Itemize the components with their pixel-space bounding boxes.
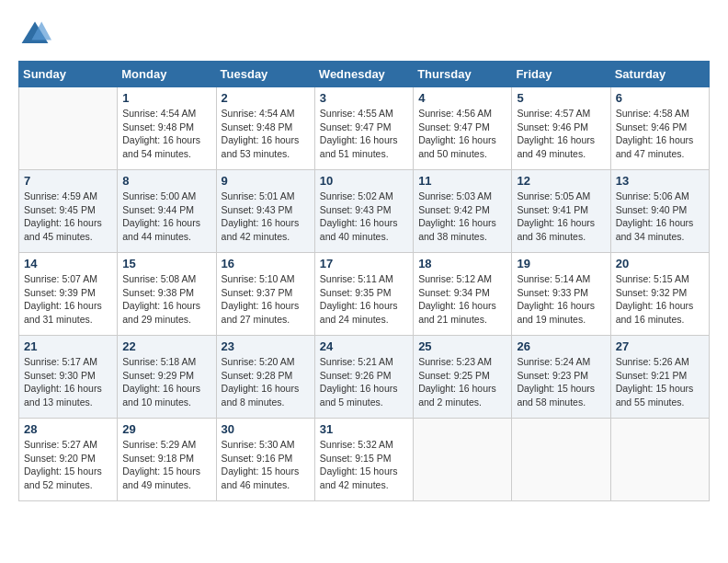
calendar-cell: 12Sunrise: 5:05 AMSunset: 9:41 PMDayligh… — [512, 170, 610, 253]
day-number: 5 — [517, 91, 605, 105]
calendar-cell: 8Sunrise: 5:00 AMSunset: 9:44 PMDaylight… — [118, 170, 216, 253]
calendar-cell: 28Sunrise: 5:27 AMSunset: 9:20 PMDayligh… — [19, 419, 118, 501]
calendar-cell: 1Sunrise: 4:54 AMSunset: 9:48 PMDaylight… — [118, 87, 216, 170]
day-info: Sunrise: 5:11 AMSunset: 9:35 PMDaylight:… — [320, 272, 408, 327]
day-number: 16 — [222, 257, 310, 270]
day-number: 8 — [122, 174, 210, 188]
day-info: Sunrise: 5:18 AMSunset: 9:29 PMDaylight:… — [122, 355, 210, 409]
day-info: Sunrise: 5:06 AMSunset: 9:40 PMDaylight:… — [616, 190, 704, 244]
day-info: Sunrise: 5:00 AMSunset: 9:44 PMDaylight:… — [122, 190, 210, 244]
day-number: 22 — [122, 339, 210, 353]
day-info: Sunrise: 5:10 AMSunset: 9:37 PMDaylight:… — [222, 272, 310, 327]
calendar-cell — [414, 419, 512, 501]
calendar-cell: 4Sunrise: 4:56 AMSunset: 9:47 PMDaylight… — [414, 87, 512, 170]
day-info: Sunrise: 5:12 AMSunset: 9:34 PMDaylight:… — [418, 272, 506, 327]
calendar-cell: 23Sunrise: 5:20 AMSunset: 9:28 PMDayligh… — [216, 336, 314, 419]
weekday-header-row: SundayMondayTuesdayWednesdayThursdayFrid… — [19, 62, 710, 87]
weekday-header-tuesday: Tuesday — [216, 62, 314, 87]
day-info: Sunrise: 5:17 AMSunset: 9:30 PMDaylight:… — [24, 355, 112, 409]
day-number: 10 — [320, 174, 408, 188]
day-number: 2 — [222, 91, 310, 105]
calendar-cell: 16Sunrise: 5:10 AMSunset: 9:37 PMDayligh… — [216, 253, 314, 336]
day-info: Sunrise: 5:30 AMSunset: 9:16 PMDaylight:… — [222, 438, 310, 492]
day-info: Sunrise: 5:32 AMSunset: 9:15 PMDaylight:… — [320, 438, 408, 492]
day-number: 19 — [517, 257, 605, 270]
day-number: 4 — [418, 91, 506, 105]
day-number: 30 — [222, 422, 310, 436]
day-info: Sunrise: 5:20 AMSunset: 9:28 PMDaylight:… — [222, 355, 310, 409]
day-info: Sunrise: 5:26 AMSunset: 9:21 PMDaylight:… — [616, 355, 704, 409]
day-number: 26 — [517, 339, 605, 353]
day-number: 11 — [418, 174, 506, 188]
day-info: Sunrise: 5:29 AMSunset: 9:18 PMDaylight:… — [122, 438, 210, 492]
day-number: 7 — [24, 174, 112, 188]
day-info: Sunrise: 5:03 AMSunset: 9:42 PMDaylight:… — [418, 190, 506, 244]
day-info: Sunrise: 5:15 AMSunset: 9:32 PMDaylight:… — [616, 272, 704, 327]
day-info: Sunrise: 4:55 AMSunset: 9:47 PMDaylight:… — [320, 107, 408, 161]
day-number: 17 — [320, 257, 408, 270]
day-info: Sunrise: 5:07 AMSunset: 9:39 PMDaylight:… — [24, 272, 112, 327]
calendar-cell: 3Sunrise: 4:55 AMSunset: 9:47 PMDaylight… — [314, 87, 413, 170]
day-info: Sunrise: 5:21 AMSunset: 9:26 PMDaylight:… — [320, 355, 408, 409]
calendar-cell — [19, 87, 118, 170]
day-info: Sunrise: 4:59 AMSunset: 9:45 PMDaylight:… — [24, 190, 112, 244]
week-row-3: 14Sunrise: 5:07 AMSunset: 9:39 PMDayligh… — [19, 253, 710, 336]
day-number: 28 — [24, 422, 112, 436]
calendar-cell: 19Sunrise: 5:14 AMSunset: 9:33 PMDayligh… — [512, 253, 610, 336]
calendar-cell: 7Sunrise: 4:59 AMSunset: 9:45 PMDaylight… — [19, 170, 118, 253]
calendar-cell: 14Sunrise: 5:07 AMSunset: 9:39 PMDayligh… — [19, 253, 118, 336]
day-number: 21 — [24, 339, 112, 353]
calendar-cell: 18Sunrise: 5:12 AMSunset: 9:34 PMDayligh… — [414, 253, 512, 336]
logo — [18, 18, 57, 52]
day-info: Sunrise: 4:57 AMSunset: 9:46 PMDaylight:… — [517, 107, 605, 161]
logo-icon — [18, 18, 51, 52]
weekday-header-sunday: Sunday — [19, 62, 118, 87]
calendar-cell: 27Sunrise: 5:26 AMSunset: 9:21 PMDayligh… — [610, 336, 709, 419]
day-number: 24 — [320, 339, 408, 353]
weekday-header-friday: Friday — [512, 62, 610, 87]
calendar-cell: 9Sunrise: 5:01 AMSunset: 9:43 PMDaylight… — [216, 170, 314, 253]
calendar-cell: 20Sunrise: 5:15 AMSunset: 9:32 PMDayligh… — [610, 253, 709, 336]
weekday-header-thursday: Thursday — [414, 62, 512, 87]
calendar-cell: 5Sunrise: 4:57 AMSunset: 9:46 PMDaylight… — [512, 87, 610, 170]
day-number: 1 — [122, 91, 210, 105]
calendar-cell: 25Sunrise: 5:23 AMSunset: 9:25 PMDayligh… — [414, 336, 512, 419]
day-number: 20 — [616, 257, 704, 270]
week-row-4: 21Sunrise: 5:17 AMSunset: 9:30 PMDayligh… — [19, 336, 710, 419]
day-number: 3 — [320, 91, 408, 105]
day-info: Sunrise: 5:24 AMSunset: 9:23 PMDaylight:… — [517, 355, 605, 409]
day-info: Sunrise: 5:08 AMSunset: 9:38 PMDaylight:… — [122, 272, 210, 327]
calendar-table: SundayMondayTuesdayWednesdayThursdayFrid… — [18, 61, 710, 501]
calendar-cell: 11Sunrise: 5:03 AMSunset: 9:42 PMDayligh… — [414, 170, 512, 253]
week-row-5: 28Sunrise: 5:27 AMSunset: 9:20 PMDayligh… — [19, 419, 710, 501]
day-number: 12 — [517, 174, 605, 188]
day-info: Sunrise: 5:01 AMSunset: 9:43 PMDaylight:… — [222, 190, 310, 244]
day-number: 9 — [222, 174, 310, 188]
week-row-2: 7Sunrise: 4:59 AMSunset: 9:45 PMDaylight… — [19, 170, 710, 253]
day-number: 25 — [418, 339, 506, 353]
day-number: 31 — [320, 422, 408, 436]
week-row-1: 1Sunrise: 4:54 AMSunset: 9:48 PMDaylight… — [19, 87, 710, 170]
day-info: Sunrise: 5:23 AMSunset: 9:25 PMDaylight:… — [418, 355, 506, 409]
calendar-cell: 10Sunrise: 5:02 AMSunset: 9:43 PMDayligh… — [314, 170, 413, 253]
day-info: Sunrise: 4:54 AMSunset: 9:48 PMDaylight:… — [222, 107, 310, 161]
calendar-cell: 31Sunrise: 5:32 AMSunset: 9:15 PMDayligh… — [314, 419, 413, 501]
day-info: Sunrise: 5:05 AMSunset: 9:41 PMDaylight:… — [517, 190, 605, 244]
calendar-cell: 2Sunrise: 4:54 AMSunset: 9:48 PMDaylight… — [216, 87, 314, 170]
calendar-cell: 29Sunrise: 5:29 AMSunset: 9:18 PMDayligh… — [118, 419, 216, 501]
day-number: 14 — [24, 257, 112, 270]
calendar-cell: 26Sunrise: 5:24 AMSunset: 9:23 PMDayligh… — [512, 336, 610, 419]
calendar-cell — [610, 419, 709, 501]
calendar-cell: 13Sunrise: 5:06 AMSunset: 9:40 PMDayligh… — [610, 170, 709, 253]
header — [18, 18, 710, 52]
day-number: 13 — [616, 174, 704, 188]
day-info: Sunrise: 5:02 AMSunset: 9:43 PMDaylight:… — [320, 190, 408, 244]
day-number: 23 — [222, 339, 310, 353]
day-info: Sunrise: 4:54 AMSunset: 9:48 PMDaylight:… — [122, 107, 210, 161]
weekday-header-wednesday: Wednesday — [314, 62, 413, 87]
calendar-cell — [512, 419, 610, 501]
day-number: 27 — [616, 339, 704, 353]
day-number: 15 — [122, 257, 210, 270]
day-info: Sunrise: 4:56 AMSunset: 9:47 PMDaylight:… — [418, 107, 506, 161]
day-info: Sunrise: 4:58 AMSunset: 9:46 PMDaylight:… — [616, 107, 704, 161]
